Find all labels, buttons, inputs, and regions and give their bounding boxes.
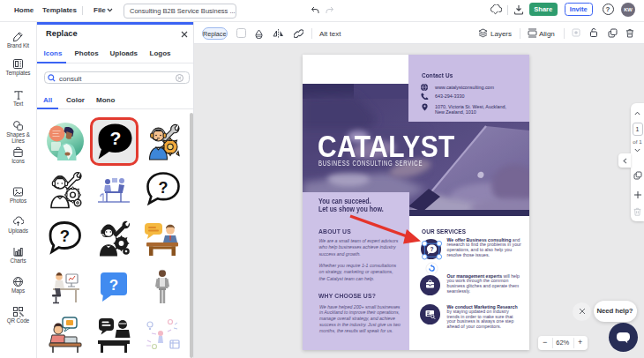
svg-text:?: ? bbox=[110, 128, 122, 148]
svg-text:?: ? bbox=[159, 179, 168, 197]
svg-text:?: ? bbox=[431, 246, 434, 252]
svg-text:?: ? bbox=[109, 277, 118, 294]
svg-text:?: ? bbox=[60, 227, 70, 245]
